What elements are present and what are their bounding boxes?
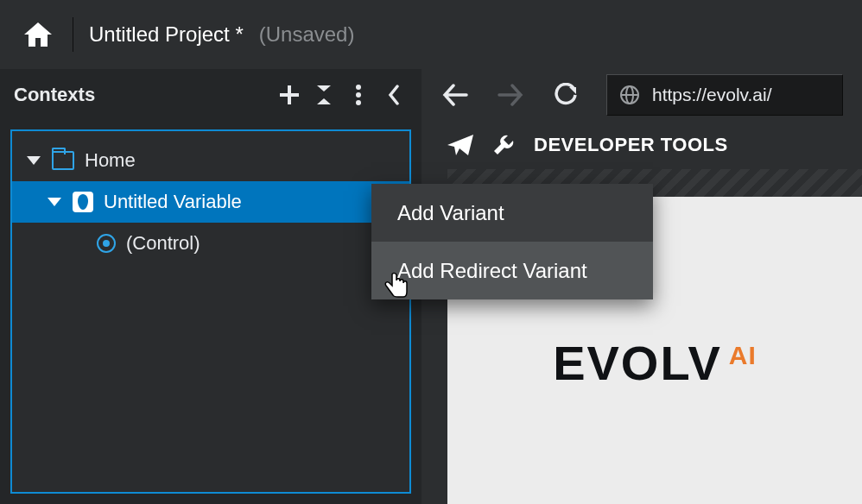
project-status: (Unsaved) xyxy=(259,22,355,47)
caret-down-icon xyxy=(48,198,61,206)
add-context-button[interactable] xyxy=(275,80,304,110)
contexts-tree: Home Untitled Variable (Control) xyxy=(10,129,411,494)
devtools-label: DEVELOPER TOOLS xyxy=(534,134,728,156)
nav-forward-button xyxy=(496,80,525,110)
nav-reload-button[interactable] xyxy=(551,80,580,110)
tree-item-variable[interactable]: Untitled Variable xyxy=(12,181,409,223)
tree-item-label: (Control) xyxy=(126,232,200,255)
menu-item-add-variant[interactable]: Add Variant xyxy=(371,184,653,242)
logo-text-accent: AI xyxy=(729,341,757,370)
home-button[interactable] xyxy=(12,9,64,60)
tree-item-label: Home xyxy=(85,149,136,172)
kebab-icon xyxy=(355,84,362,106)
expand-toggle[interactable] xyxy=(47,194,62,210)
arrow-right-icon xyxy=(498,84,523,106)
project-title: Untitled Project * xyxy=(89,22,244,47)
url-text: https://evolv.ai/ xyxy=(652,85,772,105)
home-icon xyxy=(24,22,52,47)
pointer-cursor-icon xyxy=(384,272,409,298)
evolv-logo: EVOLV AI xyxy=(553,335,757,391)
menu-item-label: Add Redirect Variant xyxy=(397,259,587,283)
more-options-button[interactable] xyxy=(344,80,373,110)
svg-point-1 xyxy=(356,92,361,98)
caret-down-icon xyxy=(27,156,41,165)
expand-toggle[interactable] xyxy=(26,153,41,168)
tree-item-label: Untitled Variable xyxy=(104,191,242,213)
menu-item-add-redirect-variant[interactable]: Add Redirect Variant xyxy=(371,242,653,299)
url-bar[interactable]: https://evolv.ai/ xyxy=(606,74,843,116)
contexts-title: Contexts xyxy=(14,84,269,106)
contexts-sidebar: Contexts Home xyxy=(0,69,421,504)
paper-plane-icon xyxy=(447,135,473,155)
svg-point-2 xyxy=(356,100,361,105)
divider xyxy=(73,17,73,52)
contexts-header: Contexts xyxy=(0,69,421,121)
chevron-left-icon xyxy=(387,85,399,105)
context-menu: Add Variant Add Redirect Variant xyxy=(371,184,653,299)
menu-item-label: Add Variant xyxy=(397,201,504,225)
devtools-bar: DEVELOPER TOOLS xyxy=(421,121,862,169)
folder-icon xyxy=(52,151,74,170)
tree-item-home[interactable]: Home xyxy=(12,140,409,181)
wrench-icon xyxy=(492,134,515,156)
collapse-all-button[interactable] xyxy=(309,80,339,110)
reload-icon xyxy=(554,83,578,107)
control-icon xyxy=(97,234,116,253)
browser-toolbar: https://evolv.ai/ xyxy=(421,69,862,121)
plus-icon xyxy=(280,85,299,104)
nav-back-button[interactable] xyxy=(441,80,470,110)
svg-point-0 xyxy=(356,85,361,90)
arrow-left-icon xyxy=(442,84,468,106)
tree-item-control[interactable]: (Control) xyxy=(12,223,409,264)
logo-text-main: EVOLV xyxy=(553,335,722,391)
top-bar: Untitled Project * (Unsaved) xyxy=(0,0,862,69)
globe-icon xyxy=(619,85,640,105)
collapse-icon xyxy=(315,85,333,104)
collapse-sidebar-button[interactable] xyxy=(378,80,408,110)
variable-icon xyxy=(73,192,93,212)
